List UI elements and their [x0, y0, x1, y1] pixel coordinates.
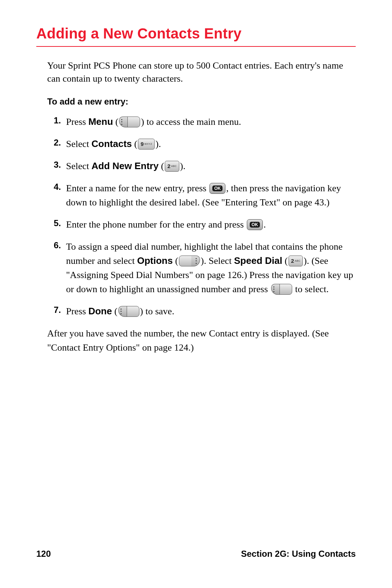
step-text: Enter the phone number for the entry and… [66, 217, 356, 232]
step-number: 4. [47, 181, 61, 192]
step-text: Select Add New Entry (2ABC). [66, 159, 356, 173]
step-4: 4. Enter a name for the new entry, press… [47, 181, 356, 209]
step-number: 5. [47, 217, 61, 228]
ui-label-speed-dial: Speed Dial [234, 255, 282, 266]
text-run: ( [282, 256, 288, 266]
key-digit: 9 [140, 141, 143, 147]
step-number: 3. [47, 159, 61, 170]
page-number: 120 [36, 549, 51, 559]
title-rule [36, 46, 356, 47]
key-letters: ABC [295, 260, 300, 262]
manual-page: Adding a New Contacts Entry Your Sprint … [0, 0, 392, 588]
softkey-left-icon [271, 284, 292, 295]
step-1: 1. Press Menu () to access the main menu… [47, 115, 356, 129]
text-run: ). Select [201, 256, 234, 266]
key-2-icon: 2ABC [289, 256, 303, 266]
step-6: 6. To assign a speed dial number, highli… [47, 240, 356, 296]
step-3: 3. Select Add New Entry (2ABC). [47, 159, 356, 173]
key-2-icon: 2ABC [165, 161, 179, 172]
step-7: 7. Press Done () to save. [47, 304, 356, 318]
ok-key-label: OK [212, 185, 222, 191]
step-number: 2. [47, 137, 61, 148]
key-digit: 2 [167, 163, 170, 169]
key-letters: ABC [171, 165, 176, 167]
section-label: Section 2G: Using Contacts [241, 549, 356, 559]
text-run: Select [66, 161, 91, 171]
step-text: To assign a speed dial number, highlight… [66, 240, 356, 296]
step-5: 5. Enter the phone number for the entry … [47, 217, 356, 232]
text-run: ( [113, 117, 118, 127]
outro-paragraph: After you have saved the number, the new… [36, 326, 356, 355]
text-run: ( [173, 256, 178, 266]
page-title: Adding a New Contacts Entry [36, 25, 356, 42]
intro-paragraph: Your Sprint PCS Phone can store up to 50… [36, 59, 356, 86]
ok-key-icon: OK [209, 183, 225, 194]
text-run: ( [132, 139, 137, 149]
ok-key-icon: OK [247, 219, 263, 230]
text-run: . [264, 219, 266, 230]
key-letters: WXYZ [144, 143, 152, 145]
softkey-right-icon [179, 256, 200, 266]
step-text: Press Menu () to access the main menu. [66, 115, 356, 129]
ui-label-contacts: Contacts [91, 138, 132, 149]
step-number: 7. [47, 304, 61, 315]
step-text: Press Done () to save. [66, 304, 356, 318]
text-run: Select [66, 139, 91, 149]
softkey-left-icon [119, 117, 140, 127]
text-run: ). [180, 161, 185, 171]
step-number: 1. [47, 115, 61, 126]
ui-label-done: Done [88, 306, 112, 317]
page-footer: 120 Section 2G: Using Contacts [36, 549, 356, 559]
procedure-steps: 1. Press Menu () to access the main menu… [36, 115, 356, 318]
key-9-icon: 9WXYZ [138, 139, 155, 150]
text-run: ( [159, 161, 164, 171]
ok-key-label: OK [250, 222, 260, 228]
text-run: Enter the phone number for the entry and… [66, 219, 246, 230]
text-run: Press [66, 306, 88, 317]
procedure-heading: To add a new entry: [36, 97, 356, 107]
key-digit: 2 [291, 258, 294, 264]
softkey-left-icon [118, 306, 139, 317]
text-run: ). [155, 139, 161, 149]
text-run: ( [112, 306, 117, 317]
ui-label-add-new-entry: Add New Entry [91, 160, 159, 171]
step-text: Select Contacts (9WXYZ). [66, 137, 356, 151]
text-run: ) to access the main menu. [141, 117, 241, 127]
text-run: Enter a name for the new entry, press [66, 183, 209, 193]
step-number: 6. [47, 240, 61, 250]
step-2: 2. Select Contacts (9WXYZ). [47, 137, 356, 151]
ui-label-options: Options [137, 255, 173, 266]
ui-label-menu: Menu [88, 116, 113, 127]
text-run: to select. [293, 284, 329, 294]
text-run: ) to save. [140, 306, 175, 317]
step-text: Enter a name for the new entry, press OK… [66, 181, 356, 209]
text-run: Press [66, 117, 88, 127]
